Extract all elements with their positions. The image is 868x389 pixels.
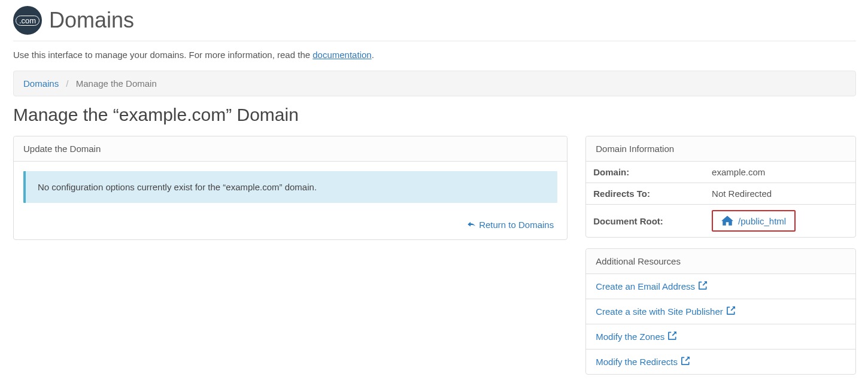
additional-resources-panel: Additional Resources Create an Email Add…	[585, 248, 856, 375]
resource-label: Modify the Redirects	[596, 357, 678, 367]
update-domain-heading: Update the Domain	[14, 136, 567, 162]
domain-information-panel: Domain Information Domain: example.com R…	[585, 136, 856, 238]
resource-link-modify-zones[interactable]: Modify the Zones	[586, 324, 855, 349]
breadcrumb-separator: /	[66, 78, 68, 89]
external-link-icon	[699, 281, 707, 291]
page-title: Domains	[49, 8, 134, 33]
resource-link-modify-redirects[interactable]: Modify the Redirects	[586, 350, 855, 374]
info-value-domain: example.com	[705, 162, 855, 183]
return-to-domains-link[interactable]: Return to Domains	[23, 220, 557, 230]
external-link-icon	[727, 306, 735, 317]
domains-icon-label: .com	[16, 16, 40, 26]
document-root-link[interactable]: /public_html	[738, 216, 786, 226]
resource-label: Modify the Zones	[596, 332, 664, 342]
info-row-domain: Domain: example.com	[586, 162, 855, 183]
external-link-icon	[681, 357, 690, 367]
breadcrumb-root-link[interactable]: Domains	[23, 78, 59, 89]
document-root-highlight: /public_html	[712, 210, 796, 232]
breadcrumb: Domains / Manage the Domain	[13, 71, 856, 96]
info-label-domain: Domain:	[586, 162, 705, 183]
no-config-alert: No configuration options currently exist…	[23, 171, 557, 203]
section-title: Manage the “example.com” Domain	[13, 105, 856, 125]
info-label-redirects: Redirects To:	[586, 183, 705, 205]
update-domain-panel: Update the Domain No configuration optio…	[13, 136, 567, 240]
resource-label: Create an Email Address	[596, 281, 695, 291]
breadcrumb-current: Manage the Domain	[76, 78, 157, 89]
page-header: .com Domains	[13, 6, 856, 41]
intro-suffix: .	[372, 50, 374, 60]
resource-label: Create a site with Site Publisher	[596, 306, 723, 317]
home-icon	[721, 215, 733, 227]
resource-link-site-publisher[interactable]: Create a site with Site Publisher	[586, 299, 855, 324]
documentation-link[interactable]: documentation	[312, 50, 371, 60]
intro-prefix: Use this interface to manage your domain…	[13, 50, 312, 60]
resource-link-create-email[interactable]: Create an Email Address	[586, 274, 855, 299]
info-label-docroot: Document Root:	[586, 205, 705, 238]
intro-text: Use this interface to manage your domain…	[13, 50, 856, 60]
reply-arrow-icon	[467, 220, 479, 230]
external-link-icon	[668, 332, 676, 342]
additional-resources-heading: Additional Resources	[586, 249, 855, 274]
domains-icon: .com	[13, 6, 42, 35]
domain-information-heading: Domain Information	[586, 136, 855, 162]
info-row-docroot: Document Root: /public_html	[586, 205, 855, 238]
info-row-redirects: Redirects To: Not Redirected	[586, 183, 855, 205]
return-to-domains-label: Return to Domains	[479, 220, 554, 230]
info-value-redirects: Not Redirected	[705, 183, 855, 205]
